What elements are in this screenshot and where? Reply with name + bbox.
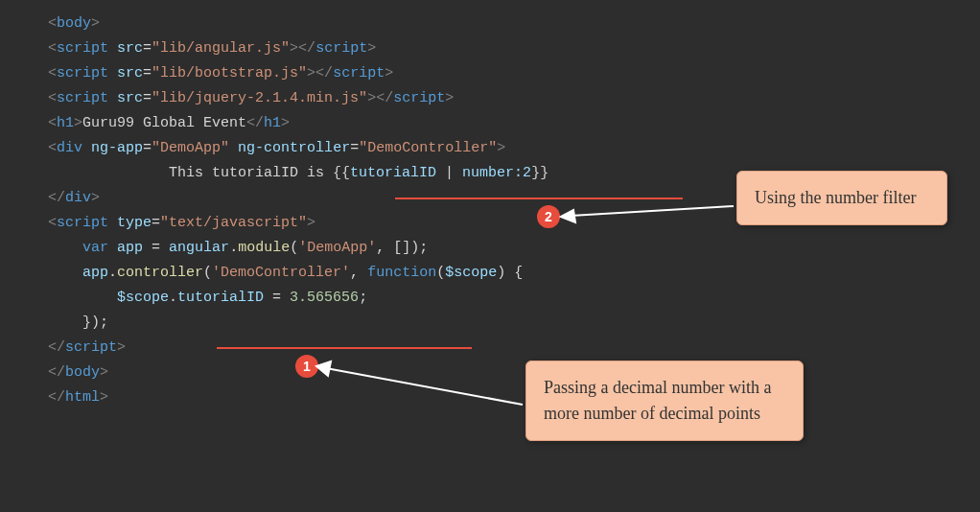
arrow-callout-1 xyxy=(556,187,738,225)
arrow-callout-2 xyxy=(312,357,527,414)
code-line-var-app: var app = angular.module('DemoApp', []); xyxy=(48,236,980,261)
code-line-scope-assign: $scope.tutorialID = 3.565656; xyxy=(48,286,980,311)
svg-line-2 xyxy=(326,368,523,405)
underline-assignment xyxy=(217,347,472,349)
code-line-script-bootstrap: <script src="lib/bootstrap.js"></script> xyxy=(48,61,980,86)
code-line-closing-brace: }); xyxy=(48,311,980,336)
svg-line-0 xyxy=(571,206,734,216)
code-line-controller: app.controller('DemoController', functio… xyxy=(48,261,980,286)
callout-decimal-number: Passing a decimal number with a more num… xyxy=(525,361,804,441)
code-line-script-angular: <script src="lib/angular.js"></script> xyxy=(48,36,980,61)
code-line-script-jquery: <script src="lib/jquery-2.1.4.min.js"></… xyxy=(48,86,980,111)
code-line-h1: <h1>Guru99 Global Event</h1> xyxy=(48,111,980,136)
code-line-div-open: <div ng-app="DemoApp" ng-controller="Dem… xyxy=(48,136,980,161)
code-line-body-open: <body> xyxy=(48,12,980,36)
svg-marker-3 xyxy=(316,361,331,376)
svg-marker-1 xyxy=(561,210,575,222)
callout-number-filter: Using the number filter xyxy=(736,171,947,225)
